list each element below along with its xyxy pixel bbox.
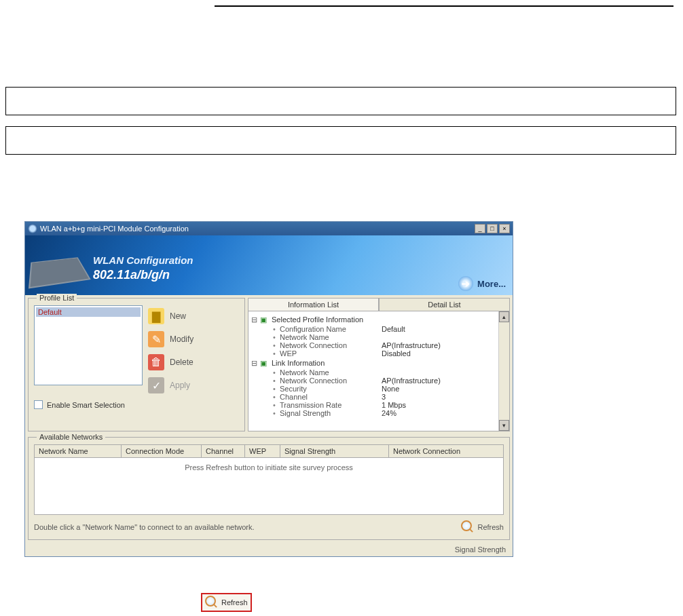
- tab-information-list[interactable]: Information List: [248, 298, 379, 311]
- delete-label: Delete: [170, 358, 193, 367]
- table-row: •Network Name: [250, 333, 508, 341]
- empty-box-2: [5, 126, 676, 155]
- apply-label: Apply: [170, 381, 190, 390]
- table-row: •Configuration NameDefault: [250, 325, 508, 333]
- available-empty-message: Press Refresh button to initiate site su…: [185, 463, 353, 471]
- table-row: •Channel3: [250, 393, 508, 401]
- apply-button[interactable]: ✓ Apply: [148, 377, 239, 393]
- info-tree: ⊟ ▣ Selected Profile Information •Config…: [248, 311, 510, 431]
- table-row: •Network ConnectionAP(Infrastructure): [250, 341, 508, 349]
- table-row: •WEPDisabled: [250, 349, 508, 358]
- col-signal-strength[interactable]: Signal Strength: [280, 445, 389, 457]
- minimize-button[interactable]: _: [475, 224, 485, 233]
- footer-signal-label: Signal Strength: [25, 543, 513, 556]
- tab-detail-list[interactable]: Detail List: [379, 298, 510, 311]
- table-row: •Network ConnectionAP(Infrastructure): [250, 377, 508, 385]
- available-headers: Network Name Connection Mode Channel WEP…: [34, 444, 504, 458]
- new-button[interactable]: ▇ New: [148, 308, 239, 324]
- banner: WLAN Configuration 802.11a/b/g/n ➔ More.…: [25, 235, 513, 295]
- highlighted-refresh-label: Refresh: [221, 598, 248, 607]
- table-row: •SecurityNone: [250, 385, 508, 393]
- collapse-icon[interactable]: ⊟: [250, 359, 258, 368]
- delete-button[interactable]: 🗑 Delete: [148, 354, 239, 370]
- magnifier-icon: [461, 520, 475, 534]
- magnifier-icon: [205, 596, 219, 609]
- new-label: New: [170, 311, 186, 321]
- edit-icon: ✎: [148, 331, 164, 347]
- profile-list-panel: Profile List Default ▇ New ✎ Modify 🗑: [28, 298, 245, 431]
- trash-icon: 🗑: [148, 354, 164, 370]
- information-panel: Information List Detail List ⊟ ▣ Selecte…: [248, 298, 510, 431]
- collapse-icon[interactable]: ⊟: [250, 315, 258, 324]
- empty-box-1: [5, 87, 676, 115]
- table-row: •Network Name: [250, 368, 508, 377]
- top-hr: [215, 5, 673, 7]
- smart-selection-label: Enable Smart Selection: [47, 401, 125, 409]
- table-row: •Transmission Rate1 Mbps: [250, 401, 508, 409]
- wlan-config-window: WLAN a+b+g mini-PCI Module Configuration…: [24, 221, 513, 557]
- link-section-icon: ▣: [258, 358, 269, 368]
- section-link-information: Link Information: [272, 359, 325, 367]
- check-icon: ✓: [148, 377, 164, 393]
- profile-section-icon: ▣: [258, 315, 269, 324]
- scroll-down-icon[interactable]: ▾: [499, 420, 509, 431]
- more-label: More...: [477, 279, 506, 289]
- folder-icon: ▇: [148, 308, 164, 324]
- smart-selection-checkbox[interactable]: [34, 400, 43, 409]
- modify-button[interactable]: ✎ Modify: [148, 331, 239, 347]
- modify-label: Modify: [170, 334, 193, 344]
- available-list-body: Press Refresh button to initiate site su…: [34, 458, 504, 515]
- app-icon: [28, 224, 37, 233]
- col-network-name[interactable]: Network Name: [35, 445, 122, 457]
- tree-scrollbar[interactable]: ▴ ▾: [498, 311, 509, 431]
- available-networks-panel: Available Networks Network Name Connecti…: [28, 437, 510, 540]
- window-title: WLAN a+b+g mini-PCI Module Configuration: [40, 225, 475, 233]
- banner-line1: WLAN Configuration: [93, 254, 193, 266]
- laptop-graphic: [29, 257, 91, 288]
- doubleclick-hint: Double click a "Network Name" to connect…: [34, 523, 255, 531]
- col-connection-mode[interactable]: Connection Mode: [122, 445, 202, 457]
- titlebar: WLAN a+b+g mini-PCI Module Configuration…: [25, 222, 513, 235]
- close-button[interactable]: ×: [499, 224, 510, 233]
- section-selected-profile: Selected Profile Information: [272, 315, 363, 324]
- col-wep[interactable]: WEP: [245, 445, 280, 457]
- refresh-button[interactable]: Refresh: [461, 520, 504, 534]
- profile-legend: Profile List: [37, 294, 77, 302]
- col-channel[interactable]: Channel: [202, 445, 245, 457]
- table-row: •Signal Strength24%: [250, 409, 508, 417]
- arrow-right-icon: ➔: [458, 276, 473, 291]
- profile-item-default[interactable]: Default: [36, 307, 141, 317]
- col-network-connection[interactable]: Network Connection: [389, 445, 503, 457]
- available-legend: Available Networks: [37, 433, 105, 441]
- scroll-up-icon[interactable]: ▴: [499, 311, 509, 322]
- highlighted-refresh-button[interactable]: Refresh: [201, 593, 252, 612]
- more-button[interactable]: ➔ More...: [458, 276, 506, 291]
- banner-line2: 802.11a/b/g/n: [93, 268, 170, 282]
- maximize-button[interactable]: □: [487, 224, 498, 233]
- profile-listbox[interactable]: Default: [34, 305, 143, 385]
- refresh-label: Refresh: [477, 523, 504, 531]
